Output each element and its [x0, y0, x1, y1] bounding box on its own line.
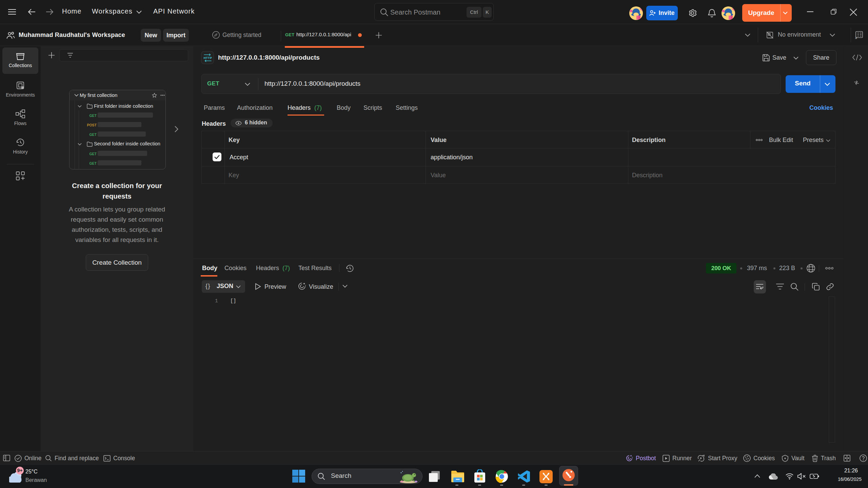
- svg-text:x: x: [855, 36, 857, 40]
- svg-text:HTTP: HTTP: [204, 56, 212, 60]
